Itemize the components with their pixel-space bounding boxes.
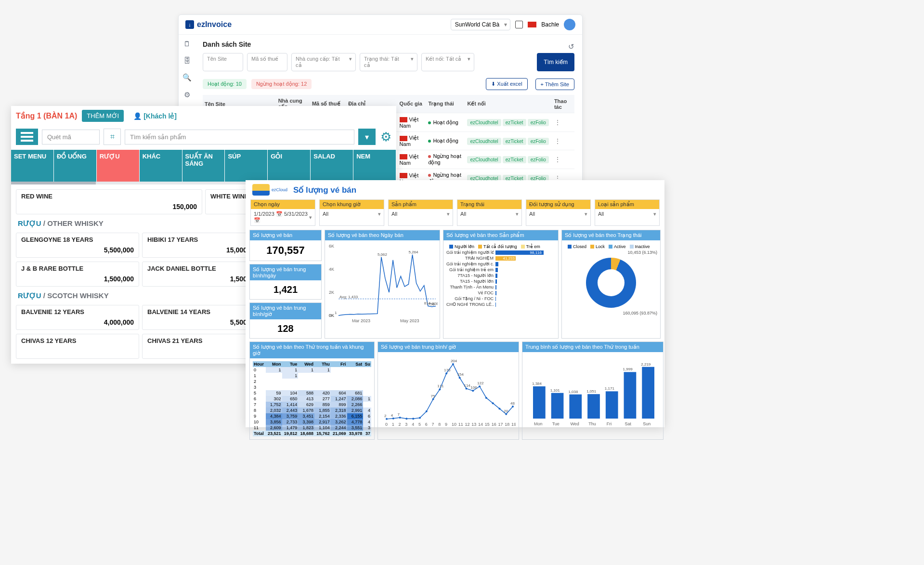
workspace-select[interactable]: SunWorld Cát Bà — [451, 19, 511, 30]
category-tab[interactable]: KHÁC — [140, 150, 182, 182]
connection-chip[interactable]: ezTicket — [503, 119, 526, 126]
avatar[interactable] — [564, 19, 575, 30]
username: Bachle — [541, 21, 559, 28]
server-icon[interactable]: 🗄 — [183, 56, 191, 65]
kpi-label: Số lượng vé bán — [250, 230, 321, 240]
filter-box[interactable]: Loại sản phẩmAll — [595, 199, 660, 226]
ket-noi-select[interactable]: Kết nối: Tất cả — [421, 53, 474, 71]
product-search-input[interactable]: Tìm kiếm sản phẩm — [125, 130, 354, 145]
export-button[interactable]: ⬇ Xuất excel — [486, 78, 527, 90]
category-tab[interactable]: SET MENU — [11, 150, 54, 182]
menu-icon[interactable] — [16, 129, 38, 145]
category-tab[interactable]: SÚP — [225, 150, 268, 182]
kpi-value: 1,421 — [250, 280, 321, 299]
connection-chip[interactable]: ezFolio — [528, 138, 549, 145]
filter-box[interactable]: Chọn khung giờAll — [319, 199, 384, 226]
trang-thai-select[interactable]: Trạng thái: Tất cả — [360, 53, 417, 71]
product-card[interactable]: BALVENIE 12 YEARS4,000,000 — [16, 305, 139, 330]
col-header: Kết nối — [465, 95, 552, 113]
svg-text:Avg: 1,433: Avg: 1,433 — [339, 295, 358, 299]
more-icon[interactable]: ⋮ — [554, 118, 561, 126]
product-card[interactable]: CHIVAS 12 YEARS — [16, 334, 139, 359]
svg-point-25 — [452, 363, 454, 365]
svg-rect-83 — [624, 372, 637, 419]
scan-input[interactable]: Quét mã — [42, 130, 100, 145]
svg-text:Sun: Sun — [643, 421, 651, 426]
svg-text:11: 11 — [458, 422, 463, 427]
settings-icon[interactable]: ⚙ — [380, 130, 391, 145]
svg-text:20: 20 — [504, 409, 508, 413]
svg-text:4: 4 — [391, 413, 393, 418]
kpi-label: Số lượng vé bán trung bình/ngày — [250, 264, 321, 280]
svg-text:170: 170 — [444, 368, 451, 372]
category-tab[interactable]: SALAD — [311, 150, 353, 182]
heat-row: 3 — [253, 384, 371, 390]
connection-chip[interactable]: ezTicket — [503, 156, 526, 163]
ten-site-input[interactable]: Tên Site — [203, 53, 243, 71]
heat-row: 94,3843,7593,4512,1542,3366,1556 — [253, 413, 371, 419]
connection-chip[interactable]: ezCloudhotel — [467, 138, 501, 145]
connection-chip[interactable]: ezCloudhotel — [467, 156, 501, 163]
search-dropdown-icon[interactable]: ▾ — [358, 129, 376, 145]
more-icon[interactable]: ⋮ — [554, 137, 561, 145]
svg-text:1,051: 1,051 — [586, 389, 597, 394]
category-row: SET MENUĐỒ UỐNGRƯỢUKHÁCSUẤT ĂN SÁNGSÚPGỎ… — [11, 150, 396, 182]
filter-label: Chọn ngày — [251, 200, 315, 209]
donut-bottom-label: 160,095 (93.87%) — [565, 311, 657, 315]
tile-header: Số lượng vé bán theo Sản phẩm — [443, 230, 558, 240]
filter-box[interactable]: Đối tượng sử dụngAll — [526, 199, 591, 226]
connection-chip[interactable]: ezFolio — [528, 119, 549, 126]
apps-icon[interactable] — [515, 21, 523, 28]
qr-icon[interactable]: ⌗ — [104, 129, 121, 145]
category-tab[interactable]: NEM — [353, 150, 396, 182]
new-button[interactable]: THÊM MỚI — [82, 110, 124, 122]
heat-row: 559104588420604681 — [253, 390, 371, 396]
guest-link[interactable]: 👤 [Khách lẻ] — [133, 112, 177, 120]
product-name: CHIVAS 21 YEARS — [147, 337, 260, 344]
svg-rect-77 — [587, 394, 600, 419]
svg-rect-80 — [606, 391, 618, 419]
hbar-row: Gói trải nghiệm người c... — [446, 262, 555, 266]
svg-text:9: 9 — [445, 422, 447, 427]
svg-point-18 — [405, 418, 407, 420]
svg-text:6K: 6K — [329, 244, 334, 249]
export-label: Xuất excel — [497, 81, 522, 87]
kpi-total: Số lượng vé bán170,557 — [249, 230, 322, 261]
gear-icon[interactable]: ⚙ — [184, 91, 190, 99]
nha-cung-cap-select[interactable]: Nhà cung cấp: Tất cả — [291, 53, 356, 71]
guest-label: [Khách lẻ] — [143, 112, 177, 120]
product-price: 4,000,000 — [21, 318, 134, 326]
ezinvoice-header: ↓ ezInvoice SunWorld Cát Bà Bachle — [179, 15, 582, 35]
heat-row: 82,0322,4431,6781,8552,3182,9914 — [253, 407, 371, 413]
note-icon[interactable]: 🗒 — [183, 39, 191, 48]
svg-text:Tue: Tue — [552, 421, 560, 426]
history-icon[interactable]: ↺ — [568, 42, 574, 51]
connection-chip[interactable]: ezTicket — [503, 138, 526, 145]
ma-so-thue-input[interactable]: Mã số thuế — [247, 53, 287, 71]
filter-box[interactable]: Trạng tháiAll — [457, 199, 522, 226]
connection-chip[interactable]: ezFolio — [528, 156, 549, 163]
svg-text:1,171: 1,171 — [605, 386, 615, 391]
category-tab[interactable]: RƯỢU — [97, 150, 140, 182]
flag-icon[interactable] — [528, 22, 536, 27]
product-card[interactable]: J & B RARE BOTTLE1,500,000 — [16, 262, 139, 287]
category-tab[interactable]: SUẤT ĂN SÁNG — [182, 150, 225, 182]
filter-box[interactable]: Sản phẩmAll — [388, 199, 453, 226]
filter-box[interactable]: Chọn ngày1/1/2023 📅 5/31/2023 📅 — [250, 199, 315, 226]
filter-label: Loại sản phẩm — [595, 200, 659, 209]
add-site-button[interactable]: + Thêm Site — [535, 79, 574, 90]
svg-text:2K: 2K — [329, 290, 334, 295]
more-icon[interactable]: ⋮ — [554, 156, 561, 163]
line-chart-day: 0K2K4K6K0KAvg: 1,4335,0625,2648147568081… — [328, 243, 438, 324]
search-button[interactable]: Tìm kiếm — [537, 53, 574, 71]
legend-item: Active — [609, 244, 626, 249]
category-tab[interactable]: GỎI — [268, 150, 311, 182]
heat-row: 63026504132771,2472,0861 — [253, 396, 371, 402]
search-icon[interactable]: 🔍 — [182, 73, 192, 82]
product-card[interactable]: GLENGOYNE 18 YEARS5,500,000 — [16, 233, 139, 258]
svg-text:1: 1 — [335, 311, 337, 315]
status-dot-icon — [428, 174, 431, 177]
connection-chip[interactable]: ezCloudhotel — [467, 119, 501, 126]
product-card[interactable]: RED WINE150,000 — [16, 189, 202, 214]
category-tab[interactable]: ĐỒ UỐNG — [54, 150, 97, 182]
